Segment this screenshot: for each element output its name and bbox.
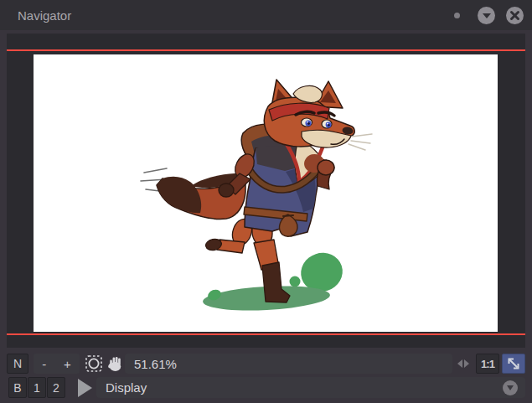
actual-size-button[interactable]: 1:1: [476, 354, 499, 374]
zoom-button-group: - +: [34, 354, 80, 374]
fit-view-button[interactable]: [502, 354, 525, 374]
zoom-out-button[interactable]: -: [42, 357, 46, 371]
view-frame-line-bottom: [7, 333, 525, 335]
zoom-level-field[interactable]: 51.61%: [125, 354, 452, 374]
titlebar-icons: [454, 7, 532, 24]
motion-lines: [144, 168, 167, 173]
view-2-button[interactable]: 2: [47, 377, 65, 398]
fox-head: [264, 80, 372, 150]
display-toolbar: B 1 2 Display: [7, 377, 525, 398]
fit-diagonal-arrow-icon: [505, 355, 522, 372]
view-1-button[interactable]: 1: [28, 377, 46, 398]
whiskers: [352, 134, 372, 137]
status-dot-icon: [454, 13, 460, 18]
play-button[interactable]: [72, 378, 97, 398]
left-arrow-icon: [457, 359, 462, 368]
panel-title: Navigator: [18, 8, 71, 23]
zoom-scrub-handle[interactable]: [456, 354, 471, 374]
navigator-viewport: [7, 34, 525, 348]
marquee-zoom-icon: [85, 354, 103, 373]
play-icon: [78, 379, 92, 397]
marquee-zoom-button[interactable]: [83, 354, 105, 374]
panel-titlebar[interactable]: Navigator: [0, 0, 532, 30]
b-view-button[interactable]: B: [8, 377, 27, 398]
navigator-toolbar: N - + 51.61% 1:1: [7, 354, 525, 374]
chevron-down-icon: [483, 13, 491, 18]
zoom-level-value: 51.61%: [134, 357, 177, 371]
collapse-button[interactable]: [478, 7, 495, 24]
fox-illustration: [34, 54, 498, 332]
right-arrow-icon: [464, 359, 469, 368]
pan-button[interactable]: [106, 354, 126, 374]
dropdown-chevron-icon: [503, 380, 518, 395]
pan-hand-icon: [108, 355, 123, 372]
view-frame-line-top: [7, 49, 525, 51]
display-mode-value: Display: [106, 380, 147, 395]
preview-canvas[interactable]: [34, 54, 498, 332]
close-icon: [506, 7, 524, 24]
zoom-in-button[interactable]: +: [64, 357, 71, 371]
close-button[interactable]: [506, 7, 524, 24]
display-mode-dropdown[interactable]: Display: [96, 377, 525, 398]
thumbnail-toggle-button[interactable]: N: [7, 354, 28, 374]
